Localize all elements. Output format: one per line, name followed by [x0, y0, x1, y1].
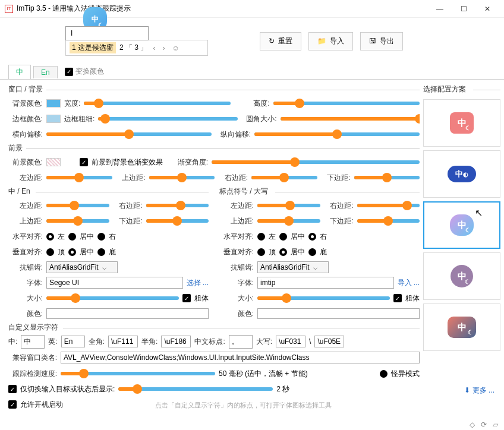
tab-zh[interactable]: 中 [8, 65, 31, 79]
custom-caps2-input[interactable]: \uF05E [314, 336, 344, 347]
gradient-angle-slider[interactable] [212, 160, 420, 164]
next-page-icon[interactable]: › [160, 44, 166, 52]
custom-full-input[interactable]: \uF111 [108, 336, 138, 347]
label-p-valign: 垂直对齐: [219, 247, 254, 257]
p-color-input[interactable] [257, 308, 420, 319]
border-color-swatch[interactable] [46, 115, 61, 123]
p-radio-left[interactable] [257, 233, 265, 241]
font-input[interactable]: Segoe UI [46, 277, 183, 289]
p-radio-right[interactable] [308, 233, 316, 241]
scheme-2[interactable]: 中 ◐ [423, 150, 500, 198]
bold-checkbox[interactable] [182, 294, 191, 302]
group-window-bg: 窗口 / 背景 [8, 83, 420, 96]
window-title: ImTip 3.5 - 通用输入法状态跟踪提示 [17, 4, 428, 14]
radio-bottom[interactable] [97, 248, 105, 256]
top-slider[interactable] [149, 176, 215, 179]
p-font-input[interactable]: imtip [257, 277, 394, 289]
compat-input[interactable]: AVL_AVView;ConsoleWindowClass;Windows.UI… [61, 352, 420, 363]
radio-right[interactable] [97, 233, 105, 241]
label-size: 大小: [8, 293, 43, 303]
zh-top-slider[interactable] [46, 219, 109, 223]
candidate-alt[interactable]: 2 「 3 」 [119, 43, 147, 53]
bottom-slider[interactable] [354, 176, 420, 179]
height-slider[interactable] [273, 102, 420, 105]
fg-color-swatch[interactable] [46, 158, 61, 166]
status-icon-2: ⟳ [481, 420, 487, 429]
import-button[interactable]: 📁导入 [308, 32, 353, 50]
label-fg-color: 前景颜色: [8, 157, 43, 167]
border-weight-slider[interactable] [98, 117, 237, 121]
label-left-margin: 左边距: [8, 173, 43, 183]
label-p-color: 颜色: [219, 309, 254, 319]
scheme-4[interactable]: 中☾ [423, 252, 500, 300]
candidate-selected[interactable]: 1 这是候选窗 [70, 42, 116, 53]
swap-color-toggle[interactable]: 变换颜色 [65, 67, 104, 77]
candidate-bar[interactable]: 1 这是候选窗 2 「 3 」 ‹ › ☺ [65, 40, 208, 56]
tab-en[interactable]: En [33, 66, 58, 78]
p-left-slider[interactable] [257, 204, 320, 207]
cursor-icon: ↖ [475, 207, 483, 219]
custom-half-input[interactable]: \uF186 [161, 336, 191, 347]
zh-right-slider[interactable] [146, 204, 209, 207]
zh-bottom-slider[interactable] [146, 219, 209, 223]
group-zh-en: 中 / En [8, 185, 209, 198]
radio-top[interactable] [46, 248, 54, 256]
corner-slider[interactable] [281, 117, 420, 121]
bg-color-swatch[interactable] [46, 99, 61, 108]
radio-left[interactable] [46, 233, 54, 241]
export-button[interactable]: 🖫导出 [360, 32, 403, 50]
custom-en-input[interactable]: En [61, 336, 85, 347]
label-p-halign: 水平对齐: [219, 232, 254, 242]
close-button[interactable]: ✕ [475, 0, 499, 18]
label-gradient-angle: 渐变角度: [166, 157, 208, 167]
switch-only-checkbox[interactable] [8, 385, 17, 393]
p-radio-center[interactable] [279, 233, 287, 241]
p-top-slider[interactable] [257, 219, 320, 223]
prev-page-icon[interactable]: ‹ [151, 44, 157, 52]
radio-vcenter[interactable] [68, 248, 76, 256]
custom-zh-input[interactable]: 中 [21, 335, 45, 349]
autostart-checkbox[interactable] [8, 400, 17, 409]
scheme-3[interactable]: 中☾ ↖ [423, 201, 500, 249]
choose-font-link[interactable]: 选择 ... [187, 278, 209, 288]
left-slider[interactable] [46, 176, 112, 179]
width-slider[interactable] [84, 102, 230, 105]
right-slider[interactable] [251, 176, 317, 179]
candidate-input[interactable]: I [65, 26, 149, 40]
minimize-button[interactable]: — [428, 0, 452, 18]
voff-slider[interactable] [254, 132, 420, 136]
zh-left-slider[interactable] [46, 204, 109, 207]
emoji-icon[interactable]: ☺ [170, 44, 181, 52]
p-radio-vcenter[interactable] [279, 248, 287, 256]
p-radio-bottom[interactable] [308, 248, 316, 256]
p-antialias-select[interactable]: AntiAliasGridFit [257, 261, 329, 273]
label-corner: 圆角大小: [241, 114, 277, 124]
group-custom: 自定义显示字符 [8, 321, 420, 334]
gradient-checkbox[interactable] [80, 158, 88, 166]
p-bold-checkbox[interactable] [393, 294, 402, 302]
label-gradient-effect: 前景到背景色渐变效果 [92, 157, 163, 167]
antialias-select[interactable]: AntiAliasGridFit [46, 261, 118, 273]
size-slider[interactable] [46, 296, 179, 300]
label-weird-mode: 怪异模式 [391, 369, 420, 379]
hoff-slider[interactable] [46, 132, 212, 136]
p-size-slider[interactable] [257, 296, 390, 300]
weird-mode-checkbox[interactable] [380, 370, 388, 378]
label-zh-bottom: 下边距: [113, 216, 143, 226]
reset-button[interactable]: ↻重置 [260, 32, 301, 50]
scheme-5[interactable]: 中☾ [423, 303, 500, 351]
more-link[interactable]: ⬇ 更多 ... [464, 385, 494, 396]
custom-caps1-input[interactable]: \uF031 [276, 336, 305, 347]
radio-center[interactable] [68, 233, 76, 241]
p-radio-top[interactable] [257, 248, 265, 256]
track-speed-slider[interactable] [61, 372, 215, 375]
p-bottom-slider[interactable] [357, 219, 420, 223]
import-font-link[interactable]: 导入 ... [398, 278, 420, 288]
p-right-slider[interactable] [357, 204, 420, 207]
scheme-1[interactable]: 中☾ [423, 99, 500, 147]
switch-delay-slider[interactable] [118, 387, 273, 391]
download-icon: ⬇ [464, 386, 470, 394]
custom-zhpunct-input[interactable]: 。 [229, 335, 253, 349]
maximize-button[interactable]: ☐ [452, 0, 475, 18]
color-input[interactable] [46, 308, 209, 319]
